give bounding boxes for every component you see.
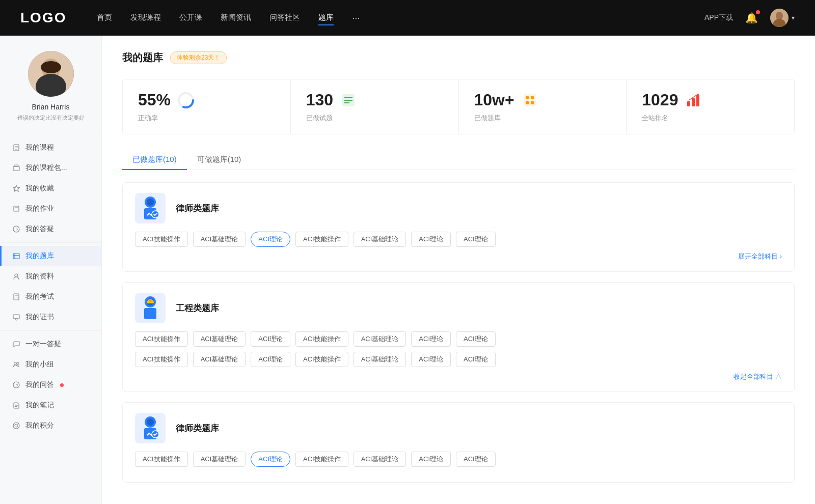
sidebar-item-question-bank[interactable]: 我的题库 <box>0 246 101 266</box>
tag[interactable]: ACI理论 <box>251 352 290 367</box>
tag[interactable]: ACI技能操作 <box>135 232 188 247</box>
notes-icon <box>12 401 20 409</box>
expand-button[interactable]: 展开全部科目 › <box>738 252 782 261</box>
tag[interactable]: ACI技能操作 <box>135 352 188 367</box>
user-menu[interactable]: ▾ <box>770 9 795 27</box>
sidebar-item-label: 我的课程包... <box>25 163 67 173</box>
nav-news[interactable]: 新闻资讯 <box>221 11 251 25</box>
sidebar-item-exam[interactable]: 我的考试 <box>0 287 101 307</box>
svg-rect-12 <box>14 165 18 166</box>
tag[interactable]: ACI基础理论 <box>193 232 246 247</box>
sidebar-item-qa[interactable]: ? 我的答疑 <box>0 219 101 239</box>
tag-active[interactable]: ACI理论 <box>251 452 290 467</box>
tag[interactable]: ACI理论 <box>411 452 451 467</box>
avatar-image <box>28 51 74 97</box>
tag[interactable]: ACI理论 <box>251 331 290 347</box>
stat-top: 1029 <box>642 91 779 109</box>
sidebar-item-label: 我的小组 <box>25 360 54 369</box>
tag[interactable]: ACI理论 <box>411 232 451 247</box>
tag[interactable]: ACI理论 <box>411 352 451 367</box>
nav-question-bank[interactable]: 题库 <box>318 11 334 25</box>
stat-top: 55% <box>138 91 275 109</box>
notification-bell[interactable]: 🔔 <box>745 12 758 24</box>
sidebar-item-homework[interactable]: 我的作业 <box>0 199 101 219</box>
sidebar-item-my-qa[interactable]: ? 我的问答 <box>0 375 101 395</box>
profile-section: Brian Harris 错误的决定比没有决定要好 <box>0 36 101 132</box>
bank-icon-lawyer-2 <box>135 413 166 443</box>
stat-label: 已做试题 <box>306 114 443 123</box>
tag[interactable]: ACI技能操作 <box>295 352 348 367</box>
tag[interactable]: ACI技能操作 <box>295 232 348 247</box>
tag[interactable]: ACI技能操作 <box>295 331 348 347</box>
tab-available-banks[interactable]: 可做题库(10) <box>187 150 252 170</box>
svg-point-53 <box>147 199 154 206</box>
sidebar-item-profile[interactable]: 我的资料 <box>0 266 101 287</box>
sidebar-item-favorites[interactable]: 我的收藏 <box>0 178 101 199</box>
tag[interactable]: ACI基础理论 <box>193 352 246 367</box>
logo[interactable]: LOGO <box>20 10 66 26</box>
tag[interactable]: ACI基础理论 <box>193 331 246 347</box>
page-title-row: 我的题库 体验剩余23天！ <box>122 51 795 65</box>
tag[interactable]: ACI基础理论 <box>354 331 406 347</box>
tag[interactable]: ACI基础理论 <box>193 452 246 467</box>
sidebar-item-my-course[interactable]: 我的课程 <box>0 137 101 158</box>
tabs-row: 已做题库(10) 可做题库(10) <box>122 150 795 170</box>
tag[interactable]: ACI理论 <box>456 352 496 367</box>
tag[interactable]: ACI理论 <box>456 331 496 347</box>
sidebar-item-label: 我的证书 <box>25 313 54 322</box>
bank-section-lawyer-2: 律师类题库 ACI技能操作 ACI基础理论 ACI理论 ACI技能操作 ACI基… <box>122 402 795 483</box>
tags-row: ACI技能操作 ACI基础理论 ACI理论 ACI技能操作 ACI基础理论 AC… <box>135 452 782 467</box>
nav-qa[interactable]: 问答社区 <box>269 11 300 25</box>
nav-home[interactable]: 首页 <box>97 11 112 25</box>
app-download-link[interactable]: APP下载 <box>704 13 733 22</box>
svg-rect-48 <box>692 98 695 106</box>
stat-value: 130 <box>306 91 333 109</box>
nav-more[interactable]: ··· <box>352 11 360 25</box>
nav-open-course[interactable]: 公开课 <box>179 11 202 25</box>
chat-icon <box>12 340 20 348</box>
header: LOGO 首页 发现课程 公开课 新闻资讯 问答社区 题库 ··· APP下载 … <box>0 0 815 36</box>
tag[interactable]: ACI技能操作 <box>135 331 188 347</box>
svg-rect-56 <box>144 308 156 319</box>
sidebar-item-points[interactable]: 我的积分 <box>0 415 101 436</box>
sidebar-item-label: 我的考试 <box>25 292 54 301</box>
tag[interactable]: ACI理论 <box>456 452 496 467</box>
svg-rect-47 <box>687 101 690 106</box>
tag[interactable]: ACI技能操作 <box>135 452 188 467</box>
homework-icon <box>12 205 20 213</box>
svg-point-62 <box>147 418 154 426</box>
nav-discover[interactable]: 发现课程 <box>130 11 161 25</box>
bank-footer: 收起全部科目 △ <box>135 372 782 381</box>
tag[interactable]: ACI技能操作 <box>295 452 348 467</box>
svg-rect-11 <box>13 166 19 171</box>
tag-active[interactable]: ACI理论 <box>251 232 290 247</box>
sidebar-item-label: 我的积分 <box>25 421 54 430</box>
main-nav: 首页 发现课程 公开课 新闻资讯 问答社区 题库 ··· <box>97 11 704 25</box>
star-icon <box>12 184 20 192</box>
sidebar-item-certificate[interactable]: 我的证书 <box>0 307 101 327</box>
bank-footer: 展开全部科目 › <box>135 252 782 261</box>
collapse-button[interactable]: 收起全部科目 △ <box>734 372 782 381</box>
tags-row: ACI技能操作 ACI基础理论 ACI理论 ACI技能操作 ACI基础理论 AC… <box>135 232 782 247</box>
sidebar-item-group[interactable]: 我的小组 <box>0 354 101 375</box>
tag[interactable]: ACI基础理论 <box>354 232 406 247</box>
tag[interactable]: ACI基础理论 <box>354 452 406 467</box>
tag[interactable]: ACI理论 <box>411 331 451 347</box>
sidebar-item-tutoring[interactable]: 一对一答疑 <box>0 334 101 354</box>
stat-label: 全站排名 <box>642 114 779 123</box>
menu-divider-1 <box>0 242 101 243</box>
tab-done-banks[interactable]: 已做题库(10) <box>122 150 187 170</box>
svg-marker-13 <box>13 185 20 191</box>
sidebar-item-label: 我的题库 <box>25 251 54 261</box>
sidebar-item-course-pack[interactable]: 我的课程包... <box>0 158 101 178</box>
svg-rect-19 <box>13 254 19 259</box>
tag[interactable]: ACI理论 <box>456 232 496 247</box>
stats-row: 55% 正确率 130 <box>122 79 795 134</box>
tag[interactable]: ACI基础理论 <box>354 352 406 367</box>
points-icon <box>12 422 20 430</box>
sidebar-item-label: 一对一答疑 <box>25 340 61 349</box>
svg-rect-49 <box>696 95 699 106</box>
sidebar-item-notes[interactable]: 我的笔记 <box>0 395 101 415</box>
bank-header: 律师类题库 <box>135 193 782 223</box>
svg-rect-46 <box>531 101 534 104</box>
